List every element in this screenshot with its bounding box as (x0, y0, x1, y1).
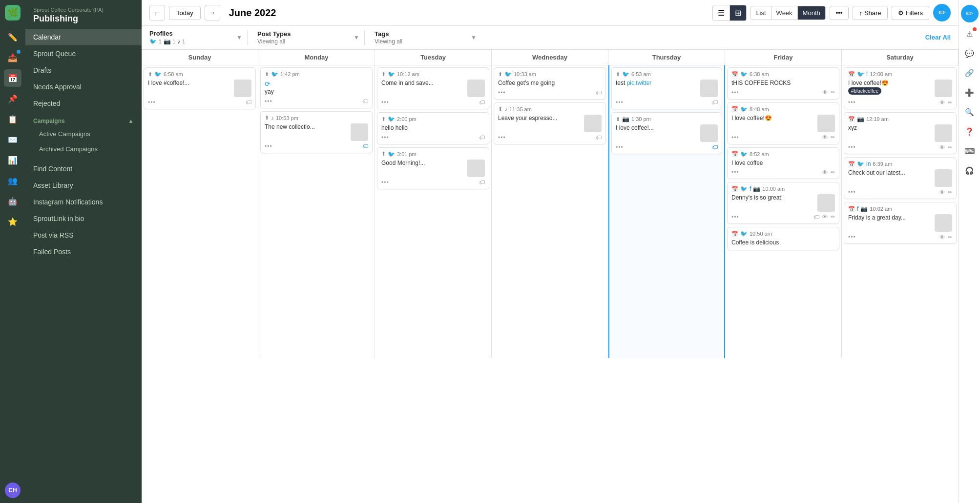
chat-icon[interactable]: 💬 (962, 46, 978, 61)
post-card[interactable]: ⬆ ♪ 10:53 pm The new collectio... ••• 🏷 (260, 111, 373, 153)
sidebar-item-instagram-notifications[interactable]: Instagram Notifications (25, 194, 142, 210)
edit-icon[interactable]: ✏ (831, 89, 835, 96)
today-button[interactable]: Today (169, 6, 201, 20)
edit-icon[interactable]: ✏ (948, 144, 952, 151)
edit-icon[interactable]: ✏ (831, 134, 835, 141)
rail-icon-people[interactable]: 👥 (4, 172, 21, 189)
edit-icon[interactable]: ✏ (831, 169, 835, 176)
prev-button[interactable]: ← (149, 5, 165, 20)
rail-icon-star[interactable]: ⭐ (4, 213, 21, 230)
post-card[interactable]: 📅 🐦 8:48 am I love coffee!😍 ••• 👁 ✏ (727, 102, 839, 144)
share-button[interactable]: ↑ Share (853, 6, 887, 20)
sidebar-item-needs-approval[interactable]: Needs Approval (25, 79, 142, 95)
more-options[interactable]: ••• (498, 89, 506, 96)
post-card[interactable]: 📅 f 📷 10:02 am Friday is a great day... … (844, 202, 957, 244)
grid-layout-btn[interactable]: ⊞ (730, 5, 746, 20)
list-layout-btn[interactable]: ☰ (713, 5, 730, 20)
more-options[interactable]: ••• (848, 189, 856, 196)
post-card[interactable]: 📅 🐦 f 📷 10:00 am Denny's is so great! ••… (727, 182, 839, 224)
clear-all-button[interactable]: Clear All (925, 34, 951, 41)
more-options[interactable]: ••• (848, 234, 856, 241)
post-card[interactable]: ⬆ 🐦 2:00 pm hello hello ••• 🏷 (377, 112, 489, 144)
edit-icon[interactable]: ✏ (948, 189, 952, 196)
more-options[interactable]: ••• (381, 179, 389, 186)
post-card[interactable]: 📅 🐦 f 12:00 am I love coffee!😍 #blackcof… (844, 67, 957, 109)
more-options[interactable]: ••• (148, 99, 156, 106)
more-options[interactable]: ••• (848, 99, 856, 106)
post-card[interactable]: ⬆ 🐦 3:01 pm Good Morning!... ••• 🏷 (377, 147, 489, 189)
headphones-icon[interactable]: 🎧 (962, 163, 978, 179)
compose-button[interactable]: ✏ (961, 5, 979, 22)
eye-icon[interactable]: 👁 (939, 189, 945, 196)
more-options[interactable]: ••• (731, 214, 739, 221)
edit-icon[interactable]: ✏ (948, 100, 952, 106)
more-button[interactable]: ••• (830, 6, 849, 20)
eye-icon[interactable]: 👁 (822, 134, 828, 141)
rail-icon-pin[interactable]: 📌 (4, 90, 21, 107)
tags-filter[interactable]: Tags Viewing all ▼ (364, 30, 481, 45)
post-card[interactable]: 📅 🐦 in 6:39 am Check out our latest... •… (844, 157, 957, 199)
sidebar-item-find-content[interactable]: Find Content (25, 161, 142, 177)
sidebar-item-asset-library[interactable]: Asset Library (25, 177, 142, 194)
post-card[interactable]: 📅 🐦 8:52 am I love coffee ••• 👁 ✏ (727, 147, 839, 180)
next-button[interactable]: → (205, 5, 220, 20)
post-card[interactable]: 📅 🐦 10:50 am Coffee is delicious (727, 227, 839, 250)
eye-icon[interactable]: 👁 (822, 214, 828, 221)
more-options[interactable]: ••• (381, 99, 389, 106)
question-icon[interactable]: ❓ (962, 124, 978, 140)
filters-button[interactable]: ⚙ Filters (892, 6, 929, 20)
sidebar-item-failed-posts[interactable]: Failed Posts (25, 243, 142, 260)
eye-icon[interactable]: 👁 (939, 144, 945, 151)
compose-fab[interactable]: ✏ (933, 4, 951, 21)
sidebar-item-rejected[interactable]: Rejected (25, 95, 142, 112)
rail-icon-publishing[interactable]: 📅 (4, 69, 21, 87)
sidebar-item-drafts[interactable]: Drafts (25, 62, 142, 79)
more-options[interactable]: ••• (498, 134, 506, 141)
rail-icon-compose[interactable]: ✏️ (4, 28, 21, 46)
sidebar-item-post-via-rss[interactable]: Post via RSS (25, 227, 142, 243)
rail-icon-analytics[interactable]: 📊 (4, 151, 21, 169)
edit-icon[interactable]: ✏ (948, 234, 952, 241)
more-options[interactable]: ••• (731, 169, 739, 176)
more-options[interactable]: ••• (848, 144, 856, 151)
rail-icon-send[interactable]: ✉️ (4, 131, 21, 148)
more-options[interactable]: ••• (616, 99, 624, 106)
keyboard-icon[interactable]: ⌨ (962, 143, 978, 159)
post-card[interactable]: 📅 🐦 6:38 am tHIS COFFEE ROCKS ••• 👁 ✏ (727, 67, 839, 100)
post-card[interactable]: 📅 📷 12:19 am xyz ••• 👁 ✏ (844, 112, 957, 154)
add-icon[interactable]: ➕ (962, 85, 978, 101)
sidebar-item-calendar[interactable]: Calendar (25, 29, 142, 45)
post-card[interactable]: ⬆ 🐦 6:53 am test pic.twitter ••• 🏷 (611, 67, 722, 109)
eye-icon[interactable]: 👁 (939, 234, 945, 241)
more-options[interactable]: ••• (381, 134, 389, 141)
post-card[interactable]: ⬆ 🐦 10:12 am Come in and save... ••• 🏷 (377, 67, 489, 109)
edit-icon[interactable]: ✏ (831, 214, 835, 221)
post-card[interactable]: ⬆ 🐦 1:42 pm ⟳ yay ••• 🏷 (260, 67, 373, 108)
eye-icon[interactable]: 👁 (939, 100, 945, 106)
rail-icon-inbox[interactable]: 📥 (4, 49, 21, 66)
sidebar-item-sprout-queue[interactable]: Sprout Queue (25, 45, 142, 62)
more-options[interactable]: ••• (731, 89, 739, 96)
rail-icon-reports[interactable]: 📋 (4, 110, 21, 128)
rail-icon-bot[interactable]: 🤖 (4, 192, 21, 210)
sidebar-item-archived-campaigns[interactable]: Archived Campaigns (25, 141, 142, 157)
search-icon[interactable]: 🔍 (962, 104, 978, 120)
user-avatar[interactable]: CH (5, 483, 21, 498)
more-options[interactable]: ••• (616, 144, 624, 151)
more-options[interactable]: ••• (265, 98, 272, 105)
sidebar-item-sproutlink[interactable]: SproutLink in bio (25, 210, 142, 227)
post-types-filter[interactable]: Post Types Viewing all ▼ (247, 30, 364, 45)
post-card[interactable]: ⬆ 🐦 6:58 am I love #coffee!... ••• 🏷 (144, 67, 256, 109)
list-view-btn[interactable]: List (751, 6, 771, 20)
profiles-filter[interactable]: Profiles 🐦1 📷1 ♪1 ▼ (149, 30, 247, 45)
month-view-btn[interactable]: Month (797, 6, 825, 20)
post-card[interactable]: ⬆ 🐦 10:33 am Coffee get's me going ••• 🏷 (494, 67, 606, 100)
more-options[interactable]: ••• (265, 143, 272, 150)
link-icon[interactable]: 🔗 (962, 65, 978, 81)
sidebar-item-active-campaigns[interactable]: Active Campaigns (25, 126, 142, 141)
more-options[interactable]: ••• (731, 134, 739, 141)
week-view-btn[interactable]: Week (771, 6, 797, 20)
eye-icon[interactable]: 👁 (822, 169, 828, 176)
post-card[interactable]: ⬆ 📷 1:30 pm I love coffee!... ••• 🏷 (611, 112, 722, 154)
post-card[interactable]: ⬆ ♪ 11:35 am Leave your espresso... ••• … (494, 102, 606, 144)
